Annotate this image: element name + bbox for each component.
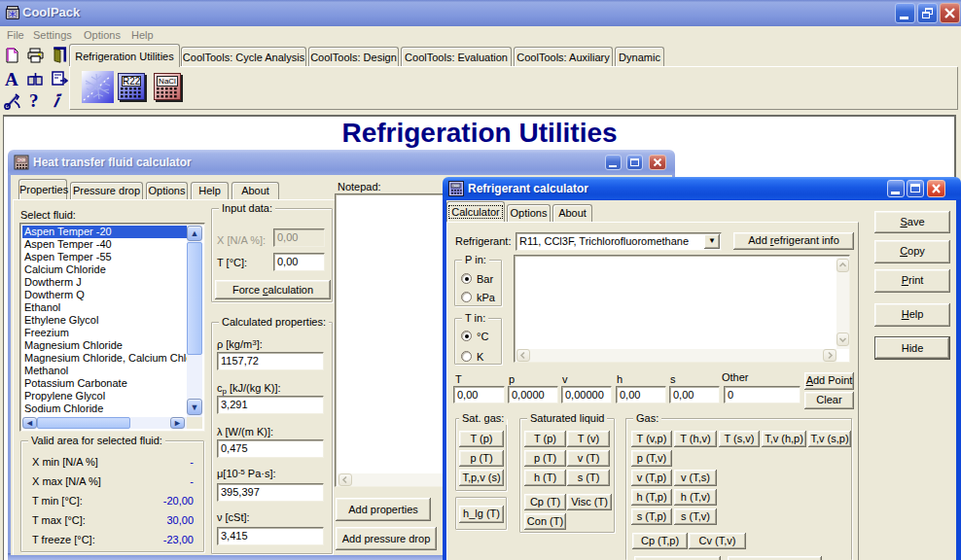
svg-text:H2O: H2O [18,158,27,162]
